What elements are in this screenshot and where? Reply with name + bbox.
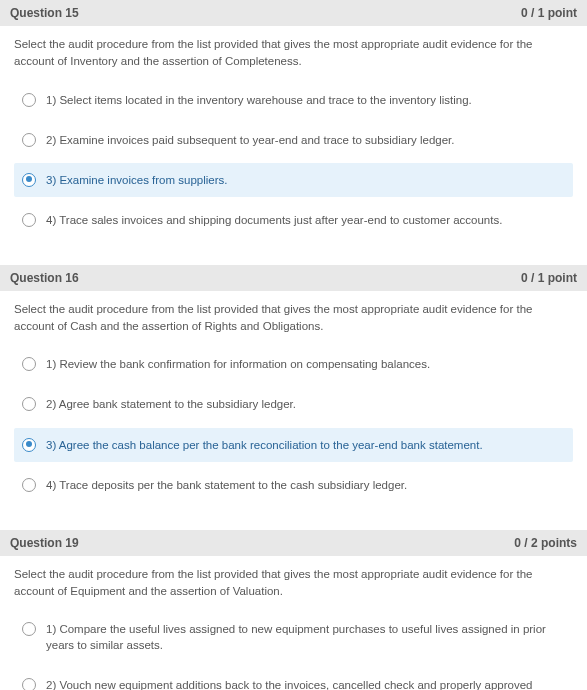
question-prompt: Select the audit procedure from the list… [14, 36, 573, 71]
answer-option-label: 3) Examine invoices from suppliers. [46, 172, 565, 188]
radio-icon [22, 213, 36, 227]
question-block: Question 160 / 1 pointSelect the audit p… [0, 265, 587, 512]
question-score: 0 / 1 point [521, 271, 577, 285]
answer-option-label: 3) Agree the cash balance per the bank r… [46, 437, 565, 453]
radio-icon [22, 622, 36, 636]
question-score: 0 / 1 point [521, 6, 577, 20]
question-prompt: Select the audit procedure from the list… [14, 301, 573, 336]
answer-option-label: 2) Examine invoices paid subsequent to y… [46, 132, 565, 148]
question-body: Select the audit procedure from the list… [0, 26, 587, 247]
answer-option[interactable]: 2) Vouch new equipment additions back to… [14, 668, 573, 690]
radio-icon [22, 173, 36, 187]
radio-icon [22, 133, 36, 147]
answer-option[interactable]: 1) Compare the useful lives assigned to … [14, 612, 573, 662]
answer-option[interactable]: 2) Agree bank statement to the subsidiar… [14, 387, 573, 421]
answer-option-label: 1) Select items located in the inventory… [46, 92, 565, 108]
question-header: Question 190 / 2 points [0, 530, 587, 556]
answer-option[interactable]: 1) Select items located in the inventory… [14, 83, 573, 117]
answer-option-label: 2) Vouch new equipment additions back to… [46, 677, 565, 690]
question-body: Select the audit procedure from the list… [0, 291, 587, 512]
radio-icon [22, 478, 36, 492]
answer-option[interactable]: 1) Review the bank confirmation for info… [14, 347, 573, 381]
radio-icon [22, 397, 36, 411]
question-score: 0 / 2 points [514, 536, 577, 550]
answer-option[interactable]: 4) Trace sales invoices and shipping doc… [14, 203, 573, 237]
answer-option[interactable]: 3) Agree the cash balance per the bank r… [14, 428, 573, 462]
question-title: Question 16 [10, 271, 79, 285]
answer-option-label: 4) Trace deposits per the bank statement… [46, 477, 565, 493]
answer-option-label: 1) Compare the useful lives assigned to … [46, 621, 565, 653]
answer-option-label: 2) Agree bank statement to the subsidiar… [46, 396, 565, 412]
answer-option-label: 4) Trace sales invoices and shipping doc… [46, 212, 565, 228]
question-title: Question 19 [10, 536, 79, 550]
radio-icon [22, 438, 36, 452]
question-title: Question 15 [10, 6, 79, 20]
radio-icon [22, 357, 36, 371]
question-body: Select the audit procedure from the list… [0, 556, 587, 690]
answer-option[interactable]: 4) Trace deposits per the bank statement… [14, 468, 573, 502]
radio-icon [22, 93, 36, 107]
answer-option-label: 1) Review the bank confirmation for info… [46, 356, 565, 372]
question-block: Question 150 / 1 pointSelect the audit p… [0, 0, 587, 247]
answer-option[interactable]: 2) Examine invoices paid subsequent to y… [14, 123, 573, 157]
question-header: Question 160 / 1 point [0, 265, 587, 291]
question-header: Question 150 / 1 point [0, 0, 587, 26]
radio-icon [22, 678, 36, 690]
question-block: Question 190 / 2 pointsSelect the audit … [0, 530, 587, 690]
question-prompt: Select the audit procedure from the list… [14, 566, 573, 601]
answer-option[interactable]: 3) Examine invoices from suppliers. [14, 163, 573, 197]
